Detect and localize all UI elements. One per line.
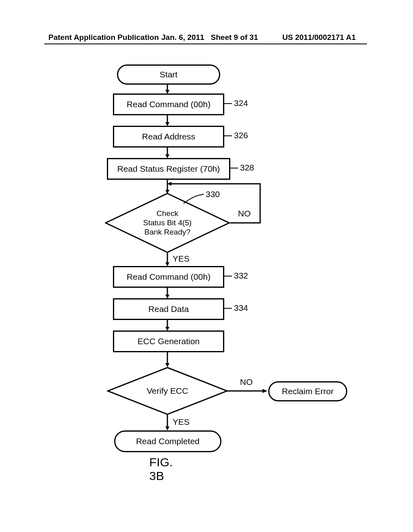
arrow bbox=[227, 389, 267, 393]
svg-marker-27 bbox=[165, 426, 169, 430]
arrow bbox=[165, 114, 173, 126]
arrow bbox=[165, 319, 173, 331]
process-read-data: Read Data bbox=[113, 298, 224, 320]
ref-328: 328 bbox=[240, 163, 254, 172]
loop-no bbox=[169, 181, 262, 229]
header-pubnum: US 2011/0002171 A1 bbox=[282, 33, 356, 42]
svg-marker-25 bbox=[263, 389, 267, 393]
arrow bbox=[165, 351, 173, 367]
terminator-start: Start bbox=[117, 64, 220, 85]
no-label-verify: NO bbox=[240, 377, 253, 387]
terminator-reclaim-error: Reclaim Error bbox=[268, 381, 347, 401]
decision-verify-ecc: Verify ECC bbox=[107, 367, 228, 415]
arrow bbox=[165, 414, 173, 430]
header-rule bbox=[44, 44, 367, 44]
terminator-read-completed: Read Completed bbox=[114, 430, 221, 452]
arrow bbox=[165, 252, 173, 266]
yes-label-verify: YES bbox=[173, 417, 190, 427]
ref-leader bbox=[223, 306, 235, 310]
yes-label-330: YES bbox=[173, 254, 190, 264]
process-read-command-2: Read Command (00h) bbox=[113, 266, 224, 288]
figure-label: FIG. 3B bbox=[149, 455, 173, 483]
ref-leader bbox=[223, 274, 235, 278]
start-label: Start bbox=[160, 70, 177, 79]
process-read-status-reg: Read Status Register (70h) bbox=[107, 158, 230, 180]
ref-leader bbox=[229, 166, 241, 170]
header-date: Jan. 6, 2011 Sheet 9 of 31 bbox=[161, 33, 258, 42]
ref-326: 326 bbox=[234, 131, 248, 140]
process-read-command-1: Read Command (00h) bbox=[113, 94, 224, 115]
arrow bbox=[165, 287, 173, 299]
ref-leader bbox=[223, 134, 235, 138]
ref-334: 334 bbox=[234, 303, 248, 313]
process-ecc-generation: ECC Generation bbox=[113, 330, 224, 352]
decision-verify-text: Verify ECC bbox=[107, 386, 228, 396]
arrow bbox=[165, 83, 173, 94]
ref-leader bbox=[223, 102, 235, 106]
ref-332: 332 bbox=[234, 271, 248, 281]
header-left: Patent Application Publication bbox=[48, 33, 159, 42]
process-read-address: Read Address bbox=[113, 126, 224, 148]
no-label-330: NO bbox=[238, 209, 251, 218]
arrow bbox=[165, 146, 173, 158]
ref-324: 324 bbox=[234, 98, 248, 108]
